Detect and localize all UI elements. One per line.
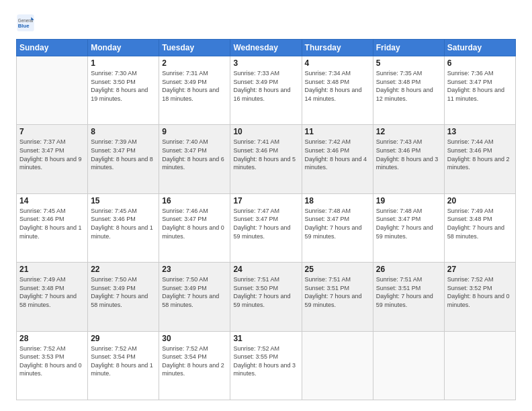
logo-icon: General Blue: [16, 13, 35, 32]
calendar-cell: 9Sunrise: 7:40 AMSunset: 3:47 PMDaylight…: [159, 125, 230, 193]
calendar-cell: 5Sunrise: 7:35 AMSunset: 3:48 PMDaylight…: [373, 56, 444, 125]
logo: General Blue: [16, 13, 38, 32]
calendar-cell: 19Sunrise: 7:48 AMSunset: 3:47 PMDayligh…: [373, 193, 444, 262]
day-number: 16: [162, 196, 227, 205]
day-info: Sunrise: 7:46 AMSunset: 3:47 PMDaylight:…: [162, 207, 227, 240]
calendar-cell: [444, 331, 515, 400]
calendar-cell: 25Sunrise: 7:51 AMSunset: 3:51 PMDayligh…: [302, 263, 373, 331]
weekday-header: Monday: [88, 40, 159, 56]
weekday-header: Sunday: [17, 40, 88, 56]
day-info: Sunrise: 7:49 AMSunset: 3:48 PMDaylight:…: [447, 207, 513, 240]
day-info: Sunrise: 7:40 AMSunset: 3:47 PMDaylight:…: [162, 138, 227, 171]
calendar-cell: 12Sunrise: 7:43 AMSunset: 3:46 PMDayligh…: [373, 125, 444, 193]
day-info: Sunrise: 7:52 AMSunset: 3:54 PMDaylight:…: [91, 345, 156, 378]
day-number: 7: [19, 127, 85, 136]
day-number: 25: [305, 265, 370, 274]
day-number: 11: [305, 127, 370, 136]
day-info: Sunrise: 7:52 AMSunset: 3:54 PMDaylight:…: [162, 345, 227, 378]
calendar-cell: 21Sunrise: 7:49 AMSunset: 3:48 PMDayligh…: [17, 263, 88, 331]
day-number: 18: [305, 196, 370, 205]
svg-text:Blue: Blue: [18, 23, 30, 29]
weekday-header: Wednesday: [230, 40, 302, 56]
calendar-cell: 22Sunrise: 7:50 AMSunset: 3:49 PMDayligh…: [88, 263, 159, 331]
day-number: 12: [376, 127, 441, 136]
day-info: Sunrise: 7:30 AMSunset: 3:50 PMDaylight:…: [91, 69, 156, 103]
day-info: Sunrise: 7:31 AMSunset: 3:49 PMDaylight:…: [162, 69, 227, 103]
calendar-cell: 18Sunrise: 7:48 AMSunset: 3:47 PMDayligh…: [302, 193, 373, 262]
calendar-cell: 30Sunrise: 7:52 AMSunset: 3:54 PMDayligh…: [159, 331, 230, 400]
day-number: 24: [233, 265, 298, 274]
svg-text:General: General: [18, 18, 33, 23]
day-info: Sunrise: 7:34 AMSunset: 3:48 PMDaylight:…: [305, 69, 370, 103]
weekday-header: Tuesday: [159, 40, 230, 56]
calendar-cell: 4Sunrise: 7:34 AMSunset: 3:48 PMDaylight…: [302, 56, 373, 125]
calendar-cell: 7Sunrise: 7:37 AMSunset: 3:47 PMDaylight…: [17, 125, 88, 193]
day-number: 13: [447, 127, 513, 136]
day-info: Sunrise: 7:39 AMSunset: 3:47 PMDaylight:…: [91, 138, 156, 171]
day-info: Sunrise: 7:48 AMSunset: 3:47 PMDaylight:…: [376, 207, 441, 240]
day-number: 27: [447, 265, 513, 274]
calendar-cell: 15Sunrise: 7:45 AMSunset: 3:46 PMDayligh…: [88, 193, 159, 262]
day-number: 1: [91, 58, 156, 68]
day-info: Sunrise: 7:52 AMSunset: 3:52 PMDaylight:…: [447, 275, 513, 309]
day-number: 31: [233, 334, 298, 343]
calendar-cell: 14Sunrise: 7:45 AMSunset: 3:46 PMDayligh…: [17, 193, 88, 262]
calendar-cell: 23Sunrise: 7:50 AMSunset: 3:49 PMDayligh…: [159, 263, 230, 331]
day-info: Sunrise: 7:45 AMSunset: 3:46 PMDaylight:…: [91, 207, 156, 240]
day-number: 19: [376, 196, 441, 205]
day-number: 22: [91, 265, 156, 274]
day-number: 14: [19, 196, 85, 205]
calendar-cell: 26Sunrise: 7:51 AMSunset: 3:51 PMDayligh…: [373, 263, 444, 331]
day-number: 3: [233, 58, 298, 68]
day-info: Sunrise: 7:52 AMSunset: 3:55 PMDaylight:…: [233, 345, 298, 378]
day-info: Sunrise: 7:51 AMSunset: 3:51 PMDaylight:…: [305, 275, 370, 309]
day-number: 17: [233, 196, 298, 205]
day-info: Sunrise: 7:51 AMSunset: 3:51 PMDaylight:…: [376, 275, 441, 309]
calendar-cell: [302, 331, 373, 400]
day-info: Sunrise: 7:44 AMSunset: 3:46 PMDaylight:…: [447, 138, 513, 171]
day-info: Sunrise: 7:45 AMSunset: 3:46 PMDaylight:…: [19, 207, 85, 240]
weekday-header: Saturday: [444, 40, 515, 56]
day-number: 30: [162, 334, 227, 343]
calendar-cell: 28Sunrise: 7:52 AMSunset: 3:53 PMDayligh…: [17, 331, 88, 400]
day-info: Sunrise: 7:50 AMSunset: 3:49 PMDaylight:…: [162, 275, 227, 309]
day-info: Sunrise: 7:42 AMSunset: 3:46 PMDaylight:…: [305, 138, 370, 171]
day-info: Sunrise: 7:37 AMSunset: 3:47 PMDaylight:…: [19, 138, 85, 171]
calendar-cell: 11Sunrise: 7:42 AMSunset: 3:46 PMDayligh…: [302, 125, 373, 193]
day-number: 2: [162, 58, 227, 68]
day-info: Sunrise: 7:36 AMSunset: 3:47 PMDaylight:…: [447, 69, 513, 103]
calendar-cell: 1Sunrise: 7:30 AMSunset: 3:50 PMDaylight…: [88, 56, 159, 125]
calendar-cell: 16Sunrise: 7:46 AMSunset: 3:47 PMDayligh…: [159, 193, 230, 262]
page: General Blue SundayMondayTuesdayWednesda…: [0, 0, 532, 411]
calendar-cell: 20Sunrise: 7:49 AMSunset: 3:48 PMDayligh…: [444, 193, 515, 262]
weekday-header: Thursday: [302, 40, 373, 56]
day-number: 5: [376, 58, 441, 68]
day-number: 8: [91, 127, 156, 136]
weekday-header: Friday: [373, 40, 444, 56]
day-info: Sunrise: 7:52 AMSunset: 3:53 PMDaylight:…: [19, 345, 85, 378]
day-number: 29: [91, 334, 156, 343]
day-info: Sunrise: 7:48 AMSunset: 3:47 PMDaylight:…: [305, 207, 370, 240]
day-info: Sunrise: 7:50 AMSunset: 3:49 PMDaylight:…: [91, 275, 156, 309]
calendar-cell: 29Sunrise: 7:52 AMSunset: 3:54 PMDayligh…: [88, 331, 159, 400]
day-info: Sunrise: 7:41 AMSunset: 3:46 PMDaylight:…: [233, 138, 298, 171]
day-number: 10: [233, 127, 298, 136]
day-number: 15: [91, 196, 156, 205]
calendar-cell: 31Sunrise: 7:52 AMSunset: 3:55 PMDayligh…: [230, 331, 302, 400]
calendar-cell: 24Sunrise: 7:51 AMSunset: 3:50 PMDayligh…: [230, 263, 302, 331]
header: General Blue: [16, 13, 516, 32]
day-info: Sunrise: 7:47 AMSunset: 3:47 PMDaylight:…: [233, 207, 298, 240]
day-number: 23: [162, 265, 227, 274]
day-info: Sunrise: 7:35 AMSunset: 3:48 PMDaylight:…: [376, 69, 441, 103]
day-number: 9: [162, 127, 227, 136]
calendar-cell: [373, 331, 444, 400]
day-number: 21: [19, 265, 85, 274]
calendar-table: SundayMondayTuesdayWednesdayThursdayFrid…: [16, 39, 516, 400]
day-info: Sunrise: 7:49 AMSunset: 3:48 PMDaylight:…: [19, 275, 85, 309]
calendar-cell: 13Sunrise: 7:44 AMSunset: 3:46 PMDayligh…: [444, 125, 515, 193]
calendar-cell: 27Sunrise: 7:52 AMSunset: 3:52 PMDayligh…: [444, 263, 515, 331]
day-number: 20: [447, 196, 513, 205]
day-number: 28: [19, 334, 85, 343]
day-number: 26: [376, 265, 441, 274]
day-info: Sunrise: 7:51 AMSunset: 3:50 PMDaylight:…: [233, 275, 298, 309]
